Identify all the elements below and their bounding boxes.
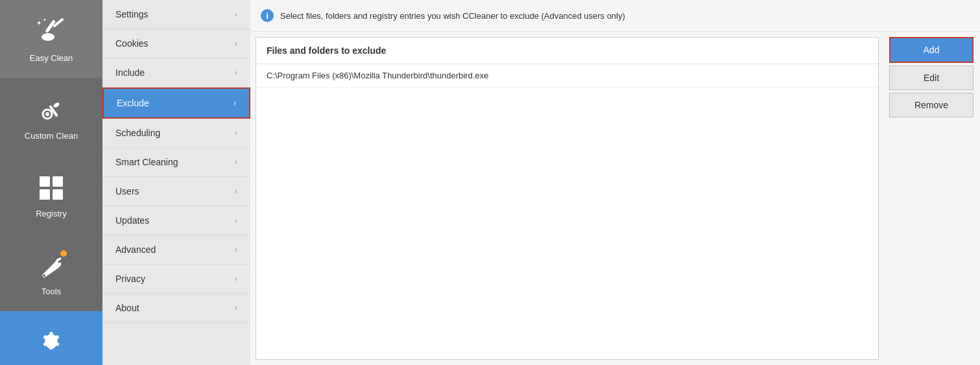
remove-button[interactable]: Remove — [889, 93, 974, 117]
menu-privacy-label: Privacy — [115, 274, 145, 284]
menu-updates-label: Updates — [115, 215, 149, 226]
registry-label: Registry — [36, 209, 67, 218]
sidebar-item-custom-clean[interactable]: Custom Clean — [0, 78, 102, 156]
updates-chevron-icon: › — [235, 216, 237, 225]
svg-rect-9 — [40, 176, 50, 187]
notification-dot — [60, 250, 67, 257]
svg-point-3 — [42, 33, 54, 41]
menu-cookies-label: Cookies — [115, 38, 149, 49]
info-icon: i — [261, 9, 274, 22]
menu-item-updates[interactable]: Updates › — [102, 206, 250, 235]
svg-text:✦: ✦ — [43, 18, 47, 22]
info-bar: i Select files, folders and registry ent… — [250, 0, 980, 32]
menu-item-cookies[interactable]: Cookies › — [102, 29, 250, 58]
include-chevron-icon: › — [235, 68, 237, 77]
registry-icon — [37, 174, 66, 202]
svg-text:✦: ✦ — [36, 19, 42, 27]
menu-item-smart-cleaning[interactable]: Smart Cleaning › — [102, 148, 250, 177]
menu-item-settings[interactable]: Settings › — [102, 0, 250, 29]
menu-advanced-label: Advanced — [115, 244, 156, 255]
settings-gear-icon — [37, 329, 66, 358]
menu-scheduling-label: Scheduling — [115, 128, 160, 138]
menu-item-about[interactable]: About › — [102, 294, 250, 323]
svg-rect-10 — [53, 176, 63, 187]
sidebar-item-settings[interactable]: Settings — [0, 311, 102, 365]
easy-clean-icon: ✦ ✦ — [35, 16, 67, 49]
icon-sidebar: ✦ ✦ Easy Clean Custom Clean — [0, 0, 102, 365]
edit-button[interactable]: Edit — [889, 65, 974, 90]
smart-cleaning-chevron-icon: › — [235, 158, 237, 167]
easy-clean-icon-area: ✦ ✦ — [34, 16, 68, 49]
menu-item-advanced[interactable]: Advanced › — [102, 235, 250, 265]
files-header: Files and folders to exclude — [256, 38, 878, 64]
menu-settings-label: Settings — [115, 9, 149, 19]
content-wrapper: Files and folders to exclude C:\Program … — [250, 32, 980, 365]
menu-item-scheduling[interactable]: Scheduling › — [102, 119, 250, 148]
svg-rect-11 — [40, 189, 50, 200]
menu-item-privacy[interactable]: Privacy › — [102, 265, 250, 294]
svg-line-4 — [54, 19, 62, 26]
info-text: Select files, folders and registry entri… — [280, 11, 625, 21]
files-list: C:\Program Files (x86)\Mozilla Thunderbi… — [256, 64, 878, 359]
custom-clean-icon-area — [34, 93, 68, 127]
files-panel: Files and folders to exclude C:\Program … — [256, 37, 879, 360]
sidebar-item-tools[interactable]: Tools — [0, 233, 102, 311]
custom-clean-icon — [37, 96, 66, 124]
menu-item-users[interactable]: Users › — [102, 177, 250, 206]
svg-point-8 — [53, 101, 60, 108]
menu-smart-cleaning-label: Smart Cleaning — [115, 157, 178, 167]
menu-users-label: Users — [115, 186, 139, 196]
svg-rect-12 — [53, 189, 63, 200]
menu-item-exclude[interactable]: Exclude › — [102, 88, 250, 119]
settings-icon-area — [34, 327, 68, 360]
add-button[interactable]: Add — [889, 37, 974, 63]
about-chevron-icon: › — [235, 303, 237, 312]
custom-clean-label: Custom Clean — [25, 131, 78, 141]
svg-point-13 — [43, 274, 45, 277]
file-entry[interactable]: C:\Program Files (x86)\Mozilla Thunderbi… — [256, 64, 878, 88]
privacy-chevron-icon: › — [235, 274, 237, 283]
sidebar-item-easy-clean[interactable]: ✦ ✦ Easy Clean — [0, 0, 102, 78]
svg-point-6 — [45, 112, 49, 116]
action-panel: Add Edit Remove — [884, 37, 975, 360]
tools-icon-area — [34, 249, 68, 283]
sidebar-item-registry[interactable]: Registry — [0, 156, 102, 233]
scheduling-chevron-icon: › — [235, 128, 237, 137]
menu-exclude-label: Exclude — [117, 98, 149, 108]
cookies-chevron-icon: › — [235, 39, 237, 48]
menu-about-label: About — [115, 303, 139, 313]
advanced-chevron-icon: › — [235, 245, 237, 254]
users-chevron-icon: › — [235, 187, 237, 196]
menu-include-label: Include — [115, 67, 145, 78]
menu-item-include[interactable]: Include › — [102, 58, 250, 88]
registry-icon-area — [34, 171, 68, 205]
settings-chevron-icon: › — [235, 10, 237, 19]
exclude-chevron-icon: › — [233, 99, 236, 108]
menu-sidebar: Settings › Cookies › Include › Exclude ›… — [102, 0, 250, 365]
tools-label: Tools — [42, 287, 61, 296]
main-content: i Select files, folders and registry ent… — [250, 0, 980, 365]
easy-clean-label: Easy Clean — [30, 53, 73, 63]
